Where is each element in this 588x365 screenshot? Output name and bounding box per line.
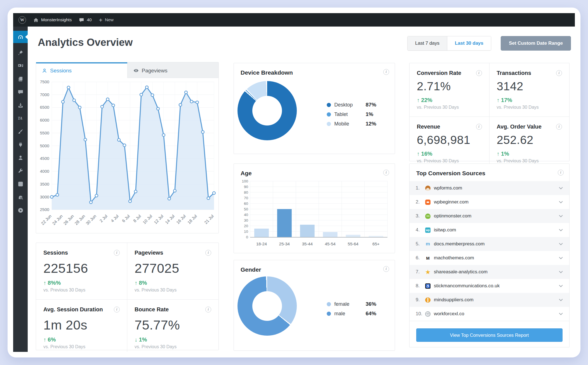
- device-legend: Desktop87%Tablet1%Mobile12%: [327, 100, 376, 129]
- card-title: Gender: [241, 266, 261, 273]
- tab-sessions[interactable]: Sessions: [36, 62, 127, 78]
- comments-icon: [79, 17, 84, 23]
- chevron-down-icon[interactable]: [559, 298, 563, 301]
- sidebar-item-downloads[interactable]: [13, 99, 28, 111]
- info-icon[interactable]: [205, 307, 211, 312]
- chevron-down-icon[interactable]: [559, 229, 563, 231]
- wp-admin-bar: W MonsterInsights 40 + New: [13, 13, 575, 27]
- source-row-stickmancommunications-co-uk[interactable]: 8.♿stickmancommunications.co.uk: [410, 279, 569, 293]
- stat-value: 252.62: [497, 133, 562, 147]
- sidebar-item-dashboard[interactable]: [13, 31, 28, 43]
- svg-text:6 Jul: 6 Jul: [121, 214, 131, 223]
- device-donut-chart: [237, 81, 297, 140]
- admin-bar-comments[interactable]: 40: [75, 13, 95, 27]
- svg-text:12 Jul: 12 Jul: [153, 214, 164, 225]
- source-row-docs-memberpress-com[interactable]: 5.mdocs.memberpress.com: [410, 237, 569, 251]
- info-icon[interactable]: [556, 124, 562, 130]
- source-rank: 7.: [416, 269, 425, 275]
- favicon-orange-striped-circle-icon: [425, 297, 431, 303]
- arrow-down-icon: ↓: [135, 336, 137, 343]
- sources-footer: View Top Conversions Sources Report: [410, 321, 569, 347]
- source-rank: 1.: [416, 185, 425, 191]
- sidebar-item-settings[interactable]: [13, 178, 28, 189]
- info-icon[interactable]: [558, 170, 564, 176]
- sidebar-item-video[interactable]: [13, 205, 28, 216]
- page-background: W MonsterInsights 40 + New TA Analytics …: [0, 0, 588, 365]
- sidebar-item-plugins[interactable]: [13, 139, 28, 150]
- info-icon[interactable]: [114, 250, 120, 256]
- source-row-mindsuppliers-com[interactable]: 9.mindsuppliers.com: [410, 293, 569, 307]
- svg-text:45-54: 45-54: [325, 241, 335, 246]
- favicon-chat-bubble-icon: [425, 200, 431, 205]
- info-icon[interactable]: [383, 69, 389, 75]
- source-row-optinmonster-com[interactable]: 3.optinmonster.com: [410, 209, 569, 223]
- stat-delta: ↑ 22%: [417, 97, 482, 103]
- admin-bar-new[interactable]: + New: [95, 13, 117, 27]
- info-icon[interactable]: [114, 307, 120, 312]
- legend-dot-icon: [327, 112, 331, 117]
- svg-text:5000: 5000: [40, 143, 49, 148]
- source-row-isitwp-com[interactable]: 4.wpisitwp.com: [410, 223, 569, 237]
- chevron-down-icon[interactable]: [559, 257, 563, 259]
- stat-title: Sessions: [43, 250, 68, 256]
- source-domain: stickmancommunications.co.uk: [434, 283, 559, 289]
- stat-comparison-label: vs. Previous 30 Days: [497, 158, 562, 163]
- last-7-days-button[interactable]: Last 7 days: [408, 36, 447, 50]
- sliders-icon: [18, 181, 23, 187]
- age-bar-chart: 010203040506070809010018-2425-3435-4445-…: [240, 179, 389, 249]
- source-row-machothemes-com[interactable]: 6.Mmachothemes.com: [410, 251, 569, 265]
- stat-value: 1m 20s: [43, 317, 120, 333]
- source-row-workforcexl-co[interactable]: 10.workforcexl.co: [410, 307, 569, 321]
- source-row-wpforms-com[interactable]: 1.wpforms.com: [410, 181, 569, 195]
- wordpress-logo-icon[interactable]: W: [15, 13, 30, 27]
- chevron-down-icon[interactable]: [559, 285, 563, 287]
- stat-comparison-label: vs. Previous 30 Days: [417, 105, 482, 110]
- info-icon[interactable]: [205, 250, 211, 256]
- legend-label: Desktop: [334, 102, 366, 108]
- wordpress-logo: W: [18, 16, 26, 24]
- chevron-down-icon[interactable]: [559, 243, 563, 245]
- tab-pageviews[interactable]: Pageviews: [127, 62, 219, 78]
- svg-text:35-44: 35-44: [302, 241, 312, 246]
- stat-value: 277025: [135, 260, 211, 276]
- set-custom-date-range-button[interactable]: Set Custom Date Range: [501, 36, 571, 51]
- source-rank: 6.: [416, 255, 425, 261]
- sidebar-item-posts[interactable]: [13, 47, 28, 58]
- sidebar-item-ta[interactable]: TA: [13, 113, 28, 124]
- stat-revenue: Revenue6,698,981↑ 16%vs. Previous 30 Day…: [410, 117, 490, 170]
- sidebar-item-monsterinsights[interactable]: [13, 191, 28, 203]
- source-row-shareasale-analytics-com[interactable]: 7.★shareasale-analytics.com: [410, 265, 569, 279]
- user-icon: [18, 155, 23, 161]
- sidebar-item-appearance[interactable]: [13, 126, 28, 137]
- source-row-wpbeginner-com[interactable]: 2.wpbeginner.com: [410, 195, 569, 209]
- chevron-down-icon[interactable]: [559, 312, 563, 315]
- admin-bar-site-link[interactable]: MonsterInsights: [30, 13, 75, 27]
- plug-icon: [18, 142, 23, 148]
- sidebar-item-pages[interactable]: [13, 73, 28, 84]
- chevron-down-icon[interactable]: [559, 215, 563, 217]
- sidebar-item-comments[interactable]: [13, 86, 28, 98]
- info-icon[interactable]: [556, 70, 562, 76]
- chevron-down-icon[interactable]: [559, 271, 563, 273]
- source-domain: shareasale-analytics.com: [434, 269, 559, 275]
- view-top-conversions-report-button[interactable]: View Top Conversions Sources Report: [416, 328, 563, 342]
- admin-bar-site-name: MonsterInsights: [41, 17, 72, 22]
- stat-value: 6,698,981: [417, 133, 482, 147]
- traffic-tabs: Sessions Pageviews: [36, 62, 218, 78]
- gender-donut-chart: [237, 276, 297, 336]
- info-icon[interactable]: [383, 170, 389, 176]
- sidebar-item-tools[interactable]: [13, 165, 28, 176]
- info-icon[interactable]: [476, 124, 482, 130]
- sidebar-item-users[interactable]: [13, 152, 28, 163]
- last-30-days-button[interactable]: Last 30 days: [447, 36, 491, 50]
- chevron-down-icon[interactable]: [559, 201, 563, 203]
- source-domain: wpbeginner.com: [434, 199, 559, 205]
- sidebar-item-media[interactable]: [13, 60, 28, 71]
- info-icon[interactable]: [383, 266, 389, 272]
- info-icon[interactable]: [476, 70, 482, 76]
- arrow-up-icon: ↑: [43, 336, 46, 343]
- stat-pageviews: Pageviews277025↑ 8%vs. Previous 30 Days: [127, 243, 218, 300]
- chevron-down-icon[interactable]: [559, 187, 563, 189]
- favicon-gold-star-icon: ★: [425, 269, 431, 275]
- admin-bar-new-label: New: [105, 17, 114, 22]
